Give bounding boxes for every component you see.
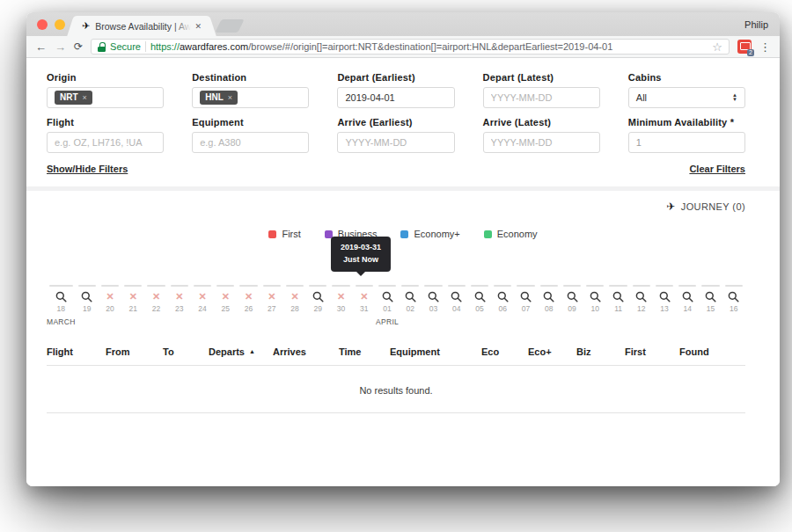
origin-tag[interactable]: NRT× <box>55 91 92 105</box>
forward-icon[interactable]: → <box>55 41 66 53</box>
day-status[interactable] <box>55 289 67 303</box>
timeline-day[interactable]: 04 <box>445 285 468 327</box>
day-status[interactable]: ✕ <box>337 289 345 303</box>
timeline-day[interactable]: 02 <box>399 285 422 327</box>
timeline-day[interactable]: ✕ 31 <box>353 285 376 327</box>
day-status[interactable]: ✕ <box>268 289 275 303</box>
day-status[interactable] <box>405 289 416 303</box>
reload-icon[interactable]: ⟳ <box>74 41 83 52</box>
day-status[interactable] <box>705 289 716 303</box>
day-status[interactable]: ✕ <box>106 289 114 303</box>
day-status[interactable] <box>81 289 92 303</box>
day-status[interactable]: ✕ <box>152 289 160 303</box>
day-status[interactable]: ✕ <box>290 289 298 303</box>
column-header[interactable]: Eco+ <box>528 346 576 357</box>
legend-item[interactable]: First <box>268 229 300 239</box>
timeline-day[interactable]: 06 <box>491 285 514 327</box>
tab-close-icon[interactable]: ✕ <box>194 22 202 31</box>
remove-tag-icon[interactable]: × <box>83 94 87 102</box>
timeline-day[interactable]: 15 <box>699 285 722 327</box>
timeline-day[interactable]: 09 <box>561 285 583 327</box>
bookmark-star-icon[interactable]: ☆ <box>712 40 722 54</box>
column-header[interactable]: Time <box>339 346 390 357</box>
column-header[interactable]: Biz <box>576 346 625 357</box>
day-status[interactable] <box>635 289 647 303</box>
timeline-day[interactable]: 19 <box>76 285 99 327</box>
address-bar[interactable]: Secure https://awardfares.com/browse/#/o… <box>91 39 730 55</box>
timeline-day[interactable]: 18 MARCH <box>47 285 76 327</box>
clear-filters-link[interactable]: Clear Filters <box>689 164 745 174</box>
day-status[interactable]: ✕ <box>360 289 368 303</box>
cabins-select[interactable]: All ▲▼ <box>628 87 745 108</box>
timeline-day[interactable]: 13 <box>653 285 676 327</box>
timeline-day[interactable]: 14 <box>676 285 699 327</box>
timeline-day[interactable]: 08 <box>538 285 561 327</box>
day-status[interactable] <box>612 289 624 303</box>
browser-tab[interactable]: ✈ Browse Availability | AwardFare ✕ <box>76 16 208 36</box>
timeline-day[interactable]: 11 <box>606 285 629 327</box>
timeline-day[interactable]: 03 <box>422 285 444 327</box>
day-status[interactable] <box>682 289 693 303</box>
timeline-day[interactable]: ✕ 21 <box>121 285 144 327</box>
browser-profile-name[interactable]: Philip <box>744 19 768 30</box>
timeline-day[interactable]: ✕ 28 <box>283 285 306 327</box>
close-window-button[interactable] <box>37 19 48 30</box>
column-header[interactable]: First <box>625 346 679 357</box>
min-availability-input[interactable] <box>628 132 745 153</box>
depart-latest-input[interactable] <box>483 87 600 108</box>
legend-item[interactable]: Economy+ <box>400 229 459 239</box>
column-header[interactable]: Flight <box>47 346 106 357</box>
day-status[interactable] <box>590 289 601 303</box>
remove-tag-icon[interactable]: × <box>228 94 232 102</box>
timeline-day[interactable]: 12 <box>630 285 653 327</box>
timeline-day[interactable]: 29 <box>306 285 329 327</box>
timeline-day[interactable]: 16 <box>722 285 745 327</box>
timeline-day[interactable]: ✕ 20 <box>99 285 121 327</box>
legend-item[interactable]: Economy <box>484 229 538 239</box>
day-status[interactable] <box>474 289 486 303</box>
day-status[interactable]: ✕ <box>129 289 137 303</box>
day-status[interactable] <box>543 289 554 303</box>
column-header[interactable]: Arrives <box>273 346 339 357</box>
column-header[interactable]: To <box>163 346 209 357</box>
day-status[interactable] <box>382 289 393 303</box>
timeline-day[interactable]: ✕ 23 <box>168 285 191 327</box>
day-status[interactable] <box>451 289 462 303</box>
equipment-input[interactable] <box>192 132 309 153</box>
minimize-window-button[interactable] <box>55 19 65 30</box>
flight-input[interactable] <box>47 132 164 153</box>
destination-tag[interactable]: HNL× <box>200 91 238 105</box>
timeline-day[interactable]: ✕ 27 <box>260 285 283 327</box>
browser-menu-icon[interactable]: ⋮ <box>759 40 771 54</box>
back-icon[interactable]: ← <box>35 41 47 53</box>
new-tab-button[interactable] <box>215 19 244 33</box>
day-status[interactable]: ✕ <box>245 289 253 303</box>
timeline-day[interactable]: ✕ 26 <box>237 285 260 327</box>
day-status[interactable]: ✕ <box>198 289 206 303</box>
day-status[interactable] <box>659 289 671 303</box>
arrive-latest-input[interactable] <box>483 132 600 153</box>
timeline-day[interactable]: 10 <box>583 285 606 327</box>
day-status[interactable]: ✕ <box>222 289 230 303</box>
day-status[interactable] <box>567 289 578 303</box>
show-hide-filters-link[interactable]: Show/Hide Filters <box>47 164 128 174</box>
destination-input[interactable]: HNL× <box>192 87 309 108</box>
day-status[interactable] <box>428 289 439 303</box>
day-status[interactable] <box>497 289 509 303</box>
column-header[interactable]: Departs▲ <box>209 346 273 357</box>
day-status[interactable]: ✕ <box>175 289 183 303</box>
day-status[interactable] <box>312 289 324 303</box>
timeline-day[interactable]: 05 <box>468 285 491 327</box>
day-status[interactable] <box>728 289 739 303</box>
arrive-earliest-input[interactable] <box>337 132 454 153</box>
column-header[interactable]: From <box>106 346 163 357</box>
timeline-day[interactable]: ✕ 22 <box>144 285 167 327</box>
timeline-day[interactable]: ✕ 30 <box>329 285 352 327</box>
timeline-day[interactable]: ✕ 24 <box>191 285 214 327</box>
day-status[interactable] <box>520 289 532 303</box>
timeline-day[interactable]: 07 <box>514 285 537 327</box>
timeline-day[interactable]: 01 APRIL <box>376 285 399 327</box>
origin-input[interactable]: NRT× <box>47 87 164 108</box>
column-header[interactable]: Found <box>679 346 745 357</box>
column-header[interactable]: Equipment <box>390 346 481 357</box>
